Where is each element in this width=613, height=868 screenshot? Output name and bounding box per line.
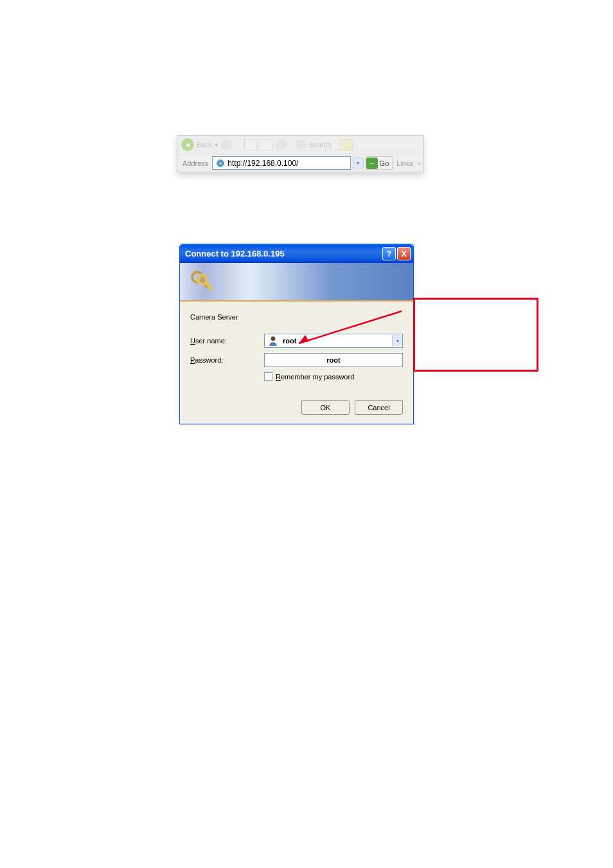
username-label: User name: (190, 337, 264, 345)
go-label: Go (380, 159, 389, 167)
svg-point-5 (271, 336, 276, 341)
go-arrow-icon: → (366, 158, 378, 169)
links-expand-icon[interactable]: » (417, 160, 420, 167)
username-input[interactable]: root ▾ (264, 334, 403, 348)
annotation-box (413, 298, 538, 372)
password-value: root (326, 356, 340, 364)
address-dropdown-button[interactable]: ▾ (353, 158, 364, 168)
username-dropdown-icon[interactable]: ▾ (392, 335, 402, 347)
address-label: Address (181, 159, 210, 167)
forward-button[interactable] (221, 139, 233, 150)
remember-label[interactable]: Remember my password (276, 373, 354, 381)
user-icon (267, 335, 279, 347)
address-url-text: http://192.168.0.100/ (227, 159, 347, 168)
keys-icon (190, 268, 217, 295)
password-row: Password: root (190, 353, 403, 367)
dialog-button-row: OK Cancel (190, 400, 403, 415)
password-input[interactable]: root (264, 353, 403, 367)
toolbar-navigation-row: ◄ Back ▾ Search (177, 136, 423, 154)
address-input[interactable]: http://192.168.0.100/ (212, 156, 350, 170)
go-button[interactable]: → Go (366, 156, 393, 170)
dialog-title: Connect to 192.168.0.195 (182, 249, 381, 258)
home-button[interactable] (275, 139, 287, 150)
ok-button[interactable]: OK (301, 400, 350, 415)
search-icon (296, 140, 306, 150)
back-dropdown-icon[interactable]: ▾ (215, 141, 218, 149)
address-bar-row: Address http://192.168.0.100/ ▾ → Go Lin… (177, 154, 423, 172)
server-realm-text: Camera Server (190, 313, 403, 321)
password-label: Password: (190, 356, 264, 364)
close-button[interactable]: X (397, 247, 411, 260)
stop-button[interactable] (244, 139, 257, 150)
remember-checkbox[interactable] (264, 372, 272, 381)
remember-password-row: Remember my password (264, 372, 403, 381)
dialog-body: Camera Server User name: root ▾ Password… (180, 302, 413, 424)
username-value: root (281, 337, 392, 345)
back-button[interactable]: ◄ (181, 138, 194, 151)
refresh-button[interactable] (260, 139, 272, 150)
help-button[interactable]: ? (382, 247, 396, 260)
dialog-titlebar[interactable]: Connect to 192.168.0.195 ? X (180, 244, 413, 263)
auth-dialog: Connect to 192.168.0.195 ? X Camera Serv… (179, 244, 414, 424)
links-label[interactable]: Links (395, 159, 415, 167)
cancel-button[interactable]: Cancel (355, 400, 403, 415)
search-label[interactable]: Search (308, 141, 331, 149)
browser-toolbar: ◄ Back ▾ Search Address http://192.168.0… (177, 135, 424, 172)
back-label: Back (197, 141, 212, 149)
dialog-banner (180, 263, 413, 302)
favorites-button[interactable] (340, 139, 353, 150)
ie-page-icon (215, 158, 225, 168)
username-row: User name: root ▾ (190, 334, 403, 348)
